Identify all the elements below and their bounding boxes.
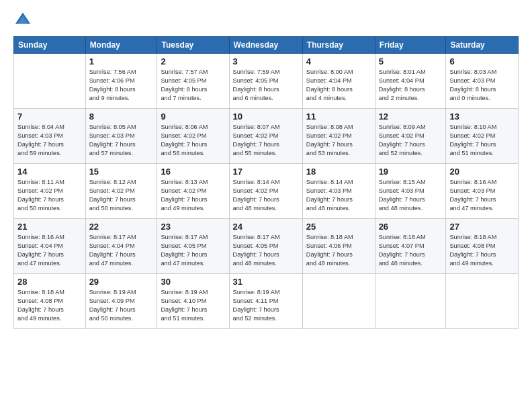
day-info: Sunrise: 8:05 AMSunset: 4:03 PMDaylight:… — [89, 123, 154, 158]
calendar-cell: 26Sunrise: 8:18 AMSunset: 4:07 PMDayligh… — [375, 219, 446, 274]
day-number: 3 — [233, 56, 299, 66]
calendar-cell: 6Sunrise: 8:03 AMSunset: 4:03 PMDaylight… — [446, 54, 519, 109]
day-info: Sunrise: 8:18 AMSunset: 4:08 PMDaylight:… — [449, 233, 515, 268]
week-row-2: 7Sunrise: 8:04 AMSunset: 4:03 PMDaylight… — [14, 109, 519, 164]
weekday-header-friday: Friday — [375, 37, 446, 54]
day-number: 8 — [89, 111, 154, 122]
calendar-cell: 16Sunrise: 8:13 AMSunset: 4:02 PMDayligh… — [157, 164, 229, 219]
calendar-cell: 30Sunrise: 8:19 AMSunset: 4:10 PMDayligh… — [157, 274, 229, 329]
day-number: 11 — [306, 111, 371, 122]
calendar-cell — [302, 274, 375, 329]
weekday-header-row: SundayMondayTuesdayWednesdayThursdayFrid… — [14, 37, 519, 54]
calendar-cell: 5Sunrise: 8:01 AMSunset: 4:04 PMDaylight… — [375, 54, 446, 109]
weekday-header-tuesday: Tuesday — [157, 37, 229, 54]
day-info: Sunrise: 8:11 AMSunset: 4:02 PMDaylight:… — [17, 178, 82, 213]
day-info: Sunrise: 8:09 AMSunset: 4:02 PMDaylight:… — [379, 123, 443, 158]
day-info: Sunrise: 8:17 AMSunset: 4:05 PMDaylight:… — [233, 233, 299, 268]
day-info: Sunrise: 8:19 AMSunset: 4:10 PMDaylight:… — [161, 288, 225, 323]
day-number: 18 — [306, 167, 371, 177]
day-info: Sunrise: 8:19 AMSunset: 4:11 PMDaylight:… — [233, 288, 299, 323]
day-number: 27 — [449, 222, 515, 232]
calendar-cell: 12Sunrise: 8:09 AMSunset: 4:02 PMDayligh… — [375, 109, 446, 164]
day-number: 22 — [89, 222, 154, 232]
calendar-cell — [14, 54, 86, 109]
day-number: 29 — [89, 277, 154, 287]
day-number: 2 — [161, 56, 225, 66]
day-number: 12 — [379, 111, 443, 122]
calendar-cell: 17Sunrise: 8:14 AMSunset: 4:02 PMDayligh… — [229, 164, 302, 219]
calendar: SundayMondayTuesdayWednesdayThursdayFrid… — [13, 36, 519, 329]
calendar-cell: 18Sunrise: 8:14 AMSunset: 4:03 PMDayligh… — [302, 164, 375, 219]
day-number: 19 — [379, 167, 443, 177]
calendar-cell — [446, 274, 519, 329]
day-info: Sunrise: 8:03 AMSunset: 4:03 PMDaylight:… — [449, 68, 515, 103]
day-info: Sunrise: 8:18 AMSunset: 4:06 PMDaylight:… — [306, 233, 371, 268]
calendar-cell: 22Sunrise: 8:17 AMSunset: 4:04 PMDayligh… — [85, 219, 157, 274]
calendar-cell: 3Sunrise: 7:59 AMSunset: 4:05 PMDaylight… — [229, 54, 302, 109]
calendar-cell: 31Sunrise: 8:19 AMSunset: 4:11 PMDayligh… — [229, 274, 302, 329]
calendar-cell: 21Sunrise: 8:16 AMSunset: 4:04 PMDayligh… — [14, 219, 86, 274]
calendar-cell: 28Sunrise: 8:18 AMSunset: 4:08 PMDayligh… — [14, 274, 86, 329]
day-info: Sunrise: 8:15 AMSunset: 4:03 PMDaylight:… — [379, 178, 443, 213]
day-number: 15 — [89, 167, 154, 177]
calendar-cell: 8Sunrise: 8:05 AMSunset: 4:03 PMDaylight… — [85, 109, 157, 164]
logo-icon — [13, 11, 32, 30]
calendar-cell: 14Sunrise: 8:11 AMSunset: 4:02 PMDayligh… — [14, 164, 86, 219]
calendar-cell: 15Sunrise: 8:12 AMSunset: 4:02 PMDayligh… — [85, 164, 157, 219]
calendar-cell: 19Sunrise: 8:15 AMSunset: 4:03 PMDayligh… — [375, 164, 446, 219]
day-number: 7 — [17, 111, 82, 122]
day-number: 4 — [306, 56, 371, 66]
day-number: 16 — [161, 167, 225, 177]
day-info: Sunrise: 8:14 AMSunset: 4:03 PMDaylight:… — [306, 178, 371, 213]
calendar-cell: 10Sunrise: 8:07 AMSunset: 4:02 PMDayligh… — [229, 109, 302, 164]
day-info: Sunrise: 8:13 AMSunset: 4:02 PMDaylight:… — [161, 178, 225, 213]
calendar-cell: 27Sunrise: 8:18 AMSunset: 4:08 PMDayligh… — [446, 219, 519, 274]
day-number: 24 — [233, 222, 299, 232]
day-number: 23 — [161, 222, 225, 232]
day-info: Sunrise: 8:17 AMSunset: 4:05 PMDaylight:… — [161, 233, 225, 268]
week-row-4: 21Sunrise: 8:16 AMSunset: 4:04 PMDayligh… — [14, 219, 519, 274]
day-number: 30 — [161, 277, 225, 287]
week-row-3: 14Sunrise: 8:11 AMSunset: 4:02 PMDayligh… — [14, 164, 519, 219]
day-info: Sunrise: 8:01 AMSunset: 4:04 PMDaylight:… — [379, 68, 443, 103]
day-info: Sunrise: 8:14 AMSunset: 4:02 PMDaylight:… — [233, 178, 299, 213]
day-info: Sunrise: 8:17 AMSunset: 4:04 PMDaylight:… — [89, 233, 154, 268]
day-number: 17 — [233, 167, 299, 177]
weekday-header-sunday: Sunday — [14, 37, 86, 54]
calendar-cell: 7Sunrise: 8:04 AMSunset: 4:03 PMDaylight… — [14, 109, 86, 164]
calendar-cell: 9Sunrise: 8:06 AMSunset: 4:02 PMDaylight… — [157, 109, 229, 164]
day-info: Sunrise: 8:06 AMSunset: 4:02 PMDaylight:… — [161, 123, 225, 158]
calendar-cell: 29Sunrise: 8:19 AMSunset: 4:09 PMDayligh… — [85, 274, 157, 329]
day-number: 1 — [89, 56, 154, 66]
day-info: Sunrise: 8:00 AMSunset: 4:04 PMDaylight:… — [306, 68, 371, 103]
day-number: 9 — [161, 111, 225, 122]
day-number: 10 — [233, 111, 299, 122]
day-number: 6 — [449, 56, 515, 66]
day-info: Sunrise: 7:57 AMSunset: 4:05 PMDaylight:… — [161, 68, 225, 103]
calendar-cell: 4Sunrise: 8:00 AMSunset: 4:04 PMDaylight… — [302, 54, 375, 109]
weekday-header-thursday: Thursday — [302, 37, 375, 54]
day-info: Sunrise: 8:18 AMSunset: 4:07 PMDaylight:… — [379, 233, 443, 268]
day-info: Sunrise: 8:16 AMSunset: 4:03 PMDaylight:… — [449, 178, 515, 213]
calendar-cell: 13Sunrise: 8:10 AMSunset: 4:02 PMDayligh… — [446, 109, 519, 164]
calendar-cell: 20Sunrise: 8:16 AMSunset: 4:03 PMDayligh… — [446, 164, 519, 219]
day-number: 28 — [17, 277, 82, 287]
day-info: Sunrise: 7:59 AMSunset: 4:05 PMDaylight:… — [233, 68, 299, 103]
weekday-header-wednesday: Wednesday — [229, 37, 302, 54]
day-info: Sunrise: 8:08 AMSunset: 4:02 PMDaylight:… — [306, 123, 371, 158]
day-info: Sunrise: 8:16 AMSunset: 4:04 PMDaylight:… — [17, 233, 82, 268]
calendar-cell: 25Sunrise: 8:18 AMSunset: 4:06 PMDayligh… — [302, 219, 375, 274]
day-number: 21 — [17, 222, 82, 232]
day-number: 20 — [449, 167, 515, 177]
calendar-cell: 24Sunrise: 8:17 AMSunset: 4:05 PMDayligh… — [229, 219, 302, 274]
calendar-cell: 2Sunrise: 7:57 AMSunset: 4:05 PMDaylight… — [157, 54, 229, 109]
day-number: 14 — [17, 167, 82, 177]
week-row-5: 28Sunrise: 8:18 AMSunset: 4:08 PMDayligh… — [14, 274, 519, 329]
day-info: Sunrise: 8:10 AMSunset: 4:02 PMDaylight:… — [449, 123, 515, 158]
day-info: Sunrise: 8:04 AMSunset: 4:03 PMDaylight:… — [17, 123, 82, 158]
calendar-cell: 11Sunrise: 8:08 AMSunset: 4:02 PMDayligh… — [302, 109, 375, 164]
calendar-cell: 23Sunrise: 8:17 AMSunset: 4:05 PMDayligh… — [157, 219, 229, 274]
day-info: Sunrise: 7:56 AMSunset: 4:06 PMDaylight:… — [89, 68, 154, 103]
header — [13, 11, 519, 30]
day-info: Sunrise: 8:18 AMSunset: 4:08 PMDaylight:… — [17, 288, 82, 323]
